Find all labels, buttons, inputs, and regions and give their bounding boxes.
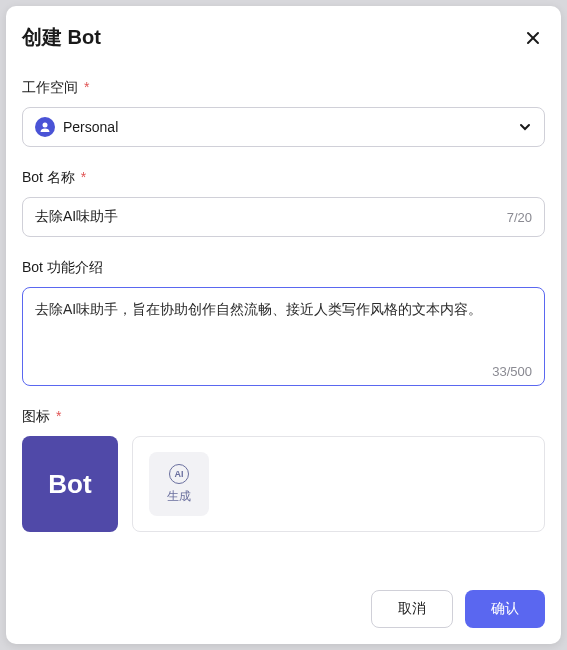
generate-box: AI 生成 (132, 436, 545, 532)
modal-header: 创建 Bot (22, 24, 545, 51)
confirm-button[interactable]: 确认 (465, 590, 545, 628)
workspace-group: 工作空间 * Personal (22, 79, 545, 147)
description-textarea[interactable] (35, 298, 532, 356)
workspace-label-text: 工作空间 (22, 79, 78, 95)
ai-icon: AI (169, 464, 189, 484)
close-icon (525, 30, 541, 46)
required-mark: * (84, 79, 89, 95)
bot-name-count: 7/20 (507, 210, 532, 225)
chevron-down-icon (518, 120, 532, 134)
workspace-label: 工作空间 * (22, 79, 545, 97)
bot-name-group: Bot 名称 * 7/20 (22, 169, 545, 237)
generate-label: 生成 (167, 488, 191, 505)
bot-name-input[interactable] (35, 209, 507, 225)
icon-label: 图标 * (22, 408, 545, 426)
description-count: 33/500 (35, 364, 532, 379)
workspace-select[interactable]: Personal (22, 107, 545, 147)
icon-group: 图标 * Bot AI 生成 (22, 408, 545, 532)
generate-button[interactable]: AI 生成 (149, 452, 209, 516)
description-textarea-wrapper: 33/500 (22, 287, 545, 386)
bot-name-input-wrapper: 7/20 (22, 197, 545, 237)
bot-name-label-text: Bot 名称 (22, 169, 75, 185)
user-icon (35, 117, 55, 137)
icon-section: Bot AI 生成 (22, 436, 545, 532)
modal-title: 创建 Bot (22, 24, 101, 51)
bot-name-label: Bot 名称 * (22, 169, 545, 187)
create-bot-modal: 创建 Bot 工作空间 * Personal (6, 6, 561, 644)
icon-preview[interactable]: Bot (22, 436, 118, 532)
svg-point-2 (43, 123, 48, 128)
description-label: Bot 功能介绍 (22, 259, 545, 277)
modal-footer: 取消 确认 (22, 590, 545, 628)
workspace-value: Personal (63, 119, 518, 135)
close-button[interactable] (521, 26, 545, 50)
description-group: Bot 功能介绍 33/500 (22, 259, 545, 386)
cancel-button[interactable]: 取消 (371, 590, 453, 628)
required-mark: * (56, 408, 61, 424)
required-mark: * (81, 169, 86, 185)
icon-label-text: 图标 (22, 408, 50, 424)
